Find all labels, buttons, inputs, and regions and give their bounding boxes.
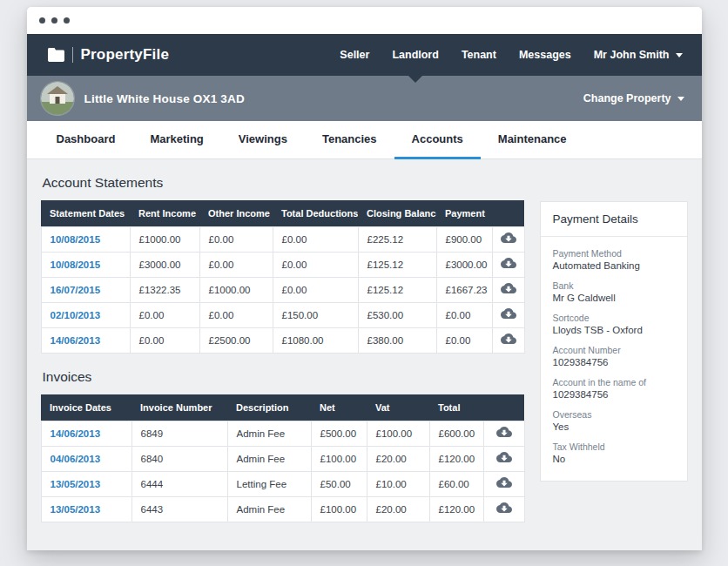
tab-dashboard[interactable]: Dashboard <box>39 121 133 159</box>
statement-date-link[interactable]: 10/08/2015 <box>41 253 130 278</box>
top-navbar: PropertyFile Seller Landlord Tenant Mess… <box>27 34 702 76</box>
user-menu[interactable]: Mr John Smith <box>594 34 683 76</box>
payment-details-body: Payment Method Automated Banking Bank Mr… <box>541 237 687 481</box>
invoice-number-cell: 6443 <box>131 497 227 522</box>
nav-seller[interactable]: Seller <box>340 34 369 76</box>
content-right-column: Payment Details Payment Method Automated… <box>540 170 688 522</box>
description-cell: Letting Fee <box>227 472 311 497</box>
payment-details-field: Sortcode Lloyds TSB - Oxford <box>553 313 675 335</box>
tab-viewings[interactable]: Viewings <box>221 121 305 159</box>
tab-tenancies[interactable]: Tenancies <box>305 121 394 159</box>
description-cell: Admin Fee <box>227 447 311 472</box>
payment-cell: £900.00 <box>436 227 492 253</box>
cloud-download-icon[interactable] <box>501 283 516 296</box>
table-row: 02/10/2013 £0.00 £0.00 £150.00 £530.00 £… <box>41 303 524 328</box>
invoice-date-link[interactable]: 13/05/2013 <box>41 472 131 497</box>
cloud-download-icon[interactable] <box>496 427 512 440</box>
cloud-download-icon[interactable] <box>496 502 512 515</box>
statement-date-link[interactable]: 14/06/2013 <box>41 328 130 354</box>
change-property-button[interactable]: Change Property <box>583 92 684 104</box>
chevron-down-icon <box>677 97 684 101</box>
payment-details-card: Payment Details Payment Method Automated… <box>540 201 688 482</box>
vat-cell: £20.00 <box>367 447 429 472</box>
rent-income-cell: £1322.35 <box>130 278 199 303</box>
net-cell: £100.00 <box>311 497 367 522</box>
cloud-download-icon[interactable] <box>501 258 516 271</box>
other-income-cell: £2500.00 <box>199 328 273 354</box>
statement-date-link[interactable]: 10/08/2015 <box>41 227 130 253</box>
tab-maintenance[interactable]: Maintenance <box>481 121 584 159</box>
window-control-dot[interactable] <box>51 17 57 24</box>
payment-details-field: Bank Mr G Caldwell <box>553 280 675 303</box>
property-name: Little White House OX1 3AD <box>84 92 245 105</box>
net-cell: £500.00 <box>311 421 367 447</box>
field-value: 1029384756 <box>553 357 675 367</box>
main-nav: Seller Landlord Tenant Messages Mr John … <box>340 34 682 76</box>
payment-details-field: Account Number 1029384756 <box>553 345 675 367</box>
payment-cell: £0.00 <box>436 303 492 328</box>
rent-income-cell: £0.00 <box>130 303 199 328</box>
column-header: Net <box>311 394 367 421</box>
payment-details-field: Payment Method Automated Banking <box>553 248 675 271</box>
field-value: No <box>553 454 675 464</box>
closing-balance-cell: £380.00 <box>358 328 436 354</box>
active-nav-pointer <box>408 76 422 83</box>
table-row: 13/05/2013 6444 Letting Fee £50.00 £10.0… <box>41 472 524 497</box>
column-header: Closing Balance <box>358 200 436 227</box>
invoice-number-cell: 6444 <box>131 472 227 497</box>
vat-cell: £10.00 <box>367 472 429 497</box>
cloud-download-icon[interactable] <box>501 232 516 246</box>
change-property-label: Change Property <box>583 92 671 104</box>
nav-messages[interactable]: Messages <box>519 34 571 76</box>
invoice-date-link[interactable]: 04/06/2013 <box>41 447 131 472</box>
cloud-download-icon[interactable] <box>496 452 512 465</box>
column-header-empty <box>483 394 524 421</box>
statement-date-link[interactable]: 16/07/2015 <box>41 278 130 303</box>
invoice-date-link[interactable]: 13/05/2013 <box>41 497 131 522</box>
window-control-dot[interactable] <box>64 17 70 24</box>
invoices-title: Invoices <box>43 369 524 385</box>
download-cell <box>483 447 524 472</box>
field-value: Automated Banking <box>553 260 675 271</box>
vat-cell: £20.00 <box>367 497 429 522</box>
column-header: Total <box>429 394 483 421</box>
field-value: Lloyds TSB - Oxford <box>553 325 675 335</box>
payment-details-field: Tax Withheld No <box>553 441 675 464</box>
tab-accounts[interactable]: Accounts <box>394 121 481 159</box>
other-income-cell: £0.00 <box>199 303 273 328</box>
payment-cell: £3000.00 <box>436 253 492 278</box>
payment-details-title: Payment Details <box>541 202 687 237</box>
cloud-download-icon[interactable] <box>501 334 516 347</box>
table-row: 14/06/2013 6849 Admin Fee £500.00 £100.0… <box>41 421 524 447</box>
field-label: Bank <box>553 280 675 291</box>
statement-date-link[interactable]: 02/10/2013 <box>41 303 130 328</box>
tab-marketing[interactable]: Marketing <box>132 121 220 159</box>
nav-landlord[interactable]: Landlord <box>392 34 438 76</box>
column-header: Invoice Dates <box>41 394 131 421</box>
main-content: Account Statements Statement Dates Rent … <box>27 159 702 536</box>
field-value: 1029384756 <box>553 389 675 400</box>
logo-divider <box>72 47 73 63</box>
cloud-download-icon[interactable] <box>501 308 516 321</box>
total-cell: £60.00 <box>429 472 483 497</box>
field-label: Overseas <box>553 409 675 420</box>
total-deductions-cell: £0.00 <box>273 227 358 253</box>
logo-text: PropertyFile <box>81 46 170 64</box>
column-header: Statement Dates <box>41 200 130 227</box>
cloud-download-icon[interactable] <box>496 477 512 490</box>
column-header: Other Income <box>199 200 273 227</box>
field-label: Payment Method <box>553 248 675 259</box>
table-row: 10/08/2015 £1000.00 £0.00 £0.00 £225.12 … <box>41 227 524 253</box>
other-income-cell: £1000.00 <box>199 278 273 303</box>
property-bar: Little White House OX1 3AD Change Proper… <box>27 76 702 121</box>
field-value: Mr G Caldwell <box>553 293 675 303</box>
invoice-date-link[interactable]: 14/06/2013 <box>41 421 131 447</box>
download-cell <box>483 472 524 497</box>
description-cell: Admin Fee <box>227 421 311 447</box>
app-logo[interactable]: PropertyFile <box>48 46 170 64</box>
window-control-dot[interactable] <box>39 17 45 24</box>
total-deductions-cell: £0.00 <box>273 278 358 303</box>
user-name: Mr John Smith <box>594 49 670 61</box>
nav-tenant[interactable]: Tenant <box>462 34 496 76</box>
total-cell: £120.00 <box>429 497 483 522</box>
